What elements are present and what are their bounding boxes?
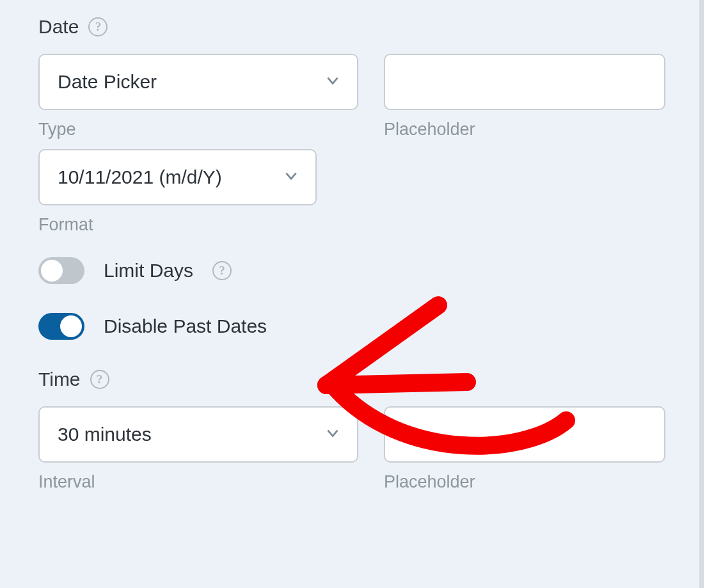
chevron-down-icon xyxy=(324,72,341,91)
limit-days-row: Limit Days ? xyxy=(38,257,661,284)
date-format-select[interactable]: 10/11/2021 (m/d/Y) xyxy=(38,149,317,205)
toggle-knob xyxy=(41,260,63,282)
disable-past-dates-label: Disable Past Dates xyxy=(104,315,267,337)
time-section-title: Time xyxy=(38,369,81,390)
date-placeholder-input[interactable] xyxy=(384,54,665,110)
date-section-header: Date ? xyxy=(38,16,661,38)
time-placeholder-sublabel: Placeholder xyxy=(384,472,665,492)
help-icon[interactable]: ? xyxy=(88,17,107,36)
date-placeholder-sublabel: Placeholder xyxy=(384,120,665,139)
date-format-value: 10/11/2021 (m/d/Y) xyxy=(58,166,222,188)
time-interval-select[interactable]: 30 minutes xyxy=(38,406,358,463)
date-type-sublabel: Type xyxy=(38,120,358,139)
help-icon[interactable]: ? xyxy=(212,261,232,280)
limit-days-toggle[interactable] xyxy=(38,257,84,284)
date-section-title: Date xyxy=(38,16,79,38)
help-icon[interactable]: ? xyxy=(90,370,109,389)
disable-past-dates-toggle[interactable] xyxy=(38,313,84,340)
settings-panel: Date ? Date Picker Type Placeholder 10/1… xyxy=(0,0,704,588)
time-interval-value: 30 minutes xyxy=(58,424,152,445)
chevron-down-icon xyxy=(324,425,341,444)
limit-days-label: Limit Days xyxy=(104,260,193,282)
date-format-sublabel: Format xyxy=(38,215,661,235)
time-placeholder-input[interactable] xyxy=(384,406,665,463)
date-type-value: Date Picker xyxy=(58,71,157,93)
disable-past-dates-row: Disable Past Dates xyxy=(38,313,661,340)
toggle-knob xyxy=(60,315,82,337)
date-type-select[interactable]: Date Picker xyxy=(38,54,358,110)
chevron-down-icon xyxy=(283,168,299,187)
time-section-header: Time ? xyxy=(38,369,661,390)
time-interval-sublabel: Interval xyxy=(38,472,358,492)
